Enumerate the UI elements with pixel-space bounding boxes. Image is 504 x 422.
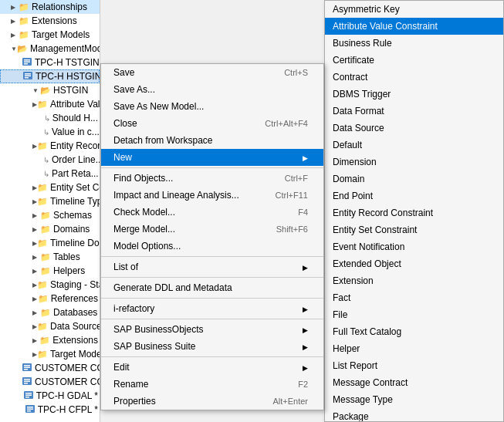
submenu-item-entity-set-constraint[interactable]: Entity Set Constraint (325, 221, 503, 238)
folder-icon: 📁 (37, 322, 48, 332)
submenu-item-contract[interactable]: Contract (325, 69, 503, 86)
menu-item-new[interactable]: New (101, 149, 323, 166)
submenu-item-data-format[interactable]: Data Format (325, 103, 503, 120)
submenu-item-full-text-catalog[interactable]: Full Text Catalog (325, 323, 503, 340)
tree-item-databases[interactable]: ▶📁Databases (0, 306, 100, 319)
menu-item-detach[interactable]: Detach from Workspace (101, 132, 323, 149)
submenu-item-end-point[interactable]: End Point (325, 187, 503, 204)
submenu-item-certificate[interactable]: Certificate (325, 52, 503, 69)
tree-item-schemas[interactable]: ▶📁Schemas (0, 208, 100, 222)
submenu-label: Dimension (333, 157, 377, 167)
menu-item-check[interactable]: Check Model...F4 (101, 204, 323, 221)
menu-item-sap-bs[interactable]: SAP Business Suite (101, 338, 323, 355)
submenu-label: Business Rule (333, 38, 392, 49)
item-icon (25, 403, 36, 416)
menu-item-properties[interactable]: PropertiesAlt+Enter (101, 393, 323, 410)
svg-rect-1 (24, 59, 30, 61)
menu-item-generate-ddl[interactable]: Generate DDL and Metadata (101, 279, 323, 296)
tree-item-domains[interactable]: ▶📁Domains (0, 222, 100, 236)
folder-icon: 📁 (37, 100, 48, 110)
tree-item-tpc-h-hstgin[interactable]: TPC-H HSTGIN (0, 69, 100, 83)
menu-item-save-as[interactable]: Save As... (101, 81, 323, 98)
tree-label: Timeline Dom... (50, 238, 100, 248)
submenu-item-extension[interactable]: Extension (325, 272, 503, 289)
svg-rect-21 (27, 407, 33, 408)
tree-item-staging[interactable]: ▶📁Staging - Stag... (0, 278, 100, 292)
menu-item-impact[interactable]: Impact and Lineage Analysis...Ctrl+F11 (101, 187, 323, 204)
folder-open-icon: 📂 (40, 86, 51, 96)
menu-item-list-of[interactable]: List of (101, 258, 323, 275)
menu-item-i-refactory[interactable]: i-refactory (101, 300, 323, 317)
menu-item-edit[interactable]: Edit (101, 359, 323, 376)
folder-icon: 📁 (19, 2, 29, 12)
tree-item-tpc-h-tstgin[interactable]: TPC-H TSTGIN (0, 56, 100, 69)
submenu-item-domain[interactable]: Domain (325, 170, 503, 187)
tree-item-timeline-type[interactable]: ▶📁Timeline Type... (0, 194, 100, 208)
menu-label: New (113, 152, 132, 163)
menu-separator (101, 256, 323, 257)
tree-item-value-in-c[interactable]: ↳Value in c... (0, 125, 100, 139)
submenu-item-message-contract[interactable]: Message Contract (325, 374, 503, 391)
submenu-item-attribute-value-constraint[interactable]: Attribute Value Constraint (325, 18, 503, 35)
menu-label: Impact and Lineage Analysis... (113, 190, 239, 201)
tree-item-target-model2[interactable]: ▶📁Target Model... (0, 347, 100, 361)
folder-icon: 📁 (19, 30, 29, 40)
submenu-item-dbms-trigger[interactable]: DBMS Trigger (325, 86, 503, 103)
submenu-item-default[interactable]: Default (325, 137, 503, 154)
tree-item-timeline-dom[interactable]: ▶📁Timeline Dom... (0, 236, 100, 250)
menu-item-sap-bo[interactable]: SAP BusinessObjects (101, 321, 323, 338)
submenu-item-message-type[interactable]: Message Type (325, 391, 503, 408)
menu-label: SAP BusinessObjects (113, 324, 204, 335)
menu-separator (101, 319, 323, 319)
tree-item-relationships[interactable]: ▶📁Relationships (0, 0, 100, 14)
submenu-item-list-report[interactable]: List Report (325, 357, 503, 374)
submenu-label: Message Contract (333, 377, 408, 388)
submenu-item-dimension[interactable]: Dimension (325, 154, 503, 170)
menu-item-model-options[interactable]: Model Options... (101, 238, 323, 255)
folder-icon: 📁 (40, 225, 51, 235)
submenu-item-package[interactable]: Package (325, 408, 503, 422)
menu-item-merge[interactable]: Merge Model...Shift+F6 (101, 221, 323, 238)
tree-item-tpc-h-gdal[interactable]: TPC-H GDAL * (0, 389, 100, 403)
tree-label: HSTGIN (53, 85, 88, 96)
tree-item-references[interactable]: ▶📁References (0, 292, 100, 306)
tree-item-customer-com2[interactable]: CUSTOMER COM... (0, 375, 100, 389)
submenu-item-extended-object[interactable]: Extended Object (325, 255, 503, 272)
bullet-icon: ↳ (44, 114, 50, 123)
tree-item-hstgin[interactable]: ▼📂HSTGIN (0, 83, 100, 97)
submenu-item-event-notification[interactable]: Event Notification (325, 238, 503, 255)
tree-item-part-reta[interactable]: ↳Part Reta... (0, 167, 100, 181)
tree-item-order-line[interactable]: ↳Order Line... (0, 153, 100, 167)
tree-item-attribute-value[interactable]: ▶📁Attribute Valu... (0, 97, 100, 111)
menu-item-find[interactable]: Find Objects...Ctrl+F (101, 170, 323, 187)
menu-item-save[interactable]: SaveCtrl+S (101, 64, 323, 81)
submenu-item-asymmetric-key[interactable]: Asymmetric Key (325, 1, 503, 18)
submenu-item-entity-record-constraint[interactable]: Entity Record Constraint (325, 204, 503, 221)
submenu-item-file[interactable]: File (325, 306, 503, 323)
tree-item-tables[interactable]: ▶📁Tables (0, 250, 100, 264)
submenu-item-business-rule[interactable]: Business Rule (325, 35, 503, 52)
submenu-item-helper[interactable]: Helper (325, 340, 503, 357)
tree-item-helpers[interactable]: ▶📁Helpers (0, 264, 100, 278)
tree-item-target-models[interactable]: ▶📁Target Models (0, 28, 100, 42)
menu-label: Save As... (113, 84, 155, 95)
tree-item-customer-com1[interactable]: CUSTOMER COM... (0, 361, 100, 375)
tree-item-entity-set-cor[interactable]: ▶📁Entity Set Cor... (0, 181, 100, 194)
tree-item-data-sources[interactable]: ▶📁Data Sources (0, 319, 100, 333)
tree-item-management-model[interactable]: ▼📂ManagementModel * (0, 42, 100, 56)
tree-item-extensions[interactable]: ▶📁Extensions (0, 14, 100, 28)
tree-item-tpc-h-cfpl[interactable]: TPC-H CFPL * (0, 403, 100, 417)
bullet-icon: ↳ (43, 156, 49, 164)
tree-item-should-h[interactable]: ↳Should H... (0, 111, 100, 125)
tree-item-extensions2[interactable]: ▶📁Extensions (0, 333, 100, 347)
menu-item-save-as-new-model[interactable]: Save As New Model... (101, 98, 323, 115)
tree-label: ManagementModel * (30, 43, 100, 54)
menu-item-close[interactable]: CloseCtrl+Alt+F4 (101, 115, 323, 132)
submenu-item-data-source[interactable]: Data Source (325, 120, 503, 137)
tree-label: TPC-H HSTGIN (36, 71, 100, 82)
submenu-label: Fact (333, 292, 350, 303)
tree-item-entity-record[interactable]: ▶📁Entity Record... (0, 139, 100, 153)
menu-label: Detach from Workspace (113, 135, 213, 146)
submenu-item-fact[interactable]: Fact (325, 289, 503, 306)
menu-item-rename[interactable]: RenameF2 (101, 376, 323, 393)
